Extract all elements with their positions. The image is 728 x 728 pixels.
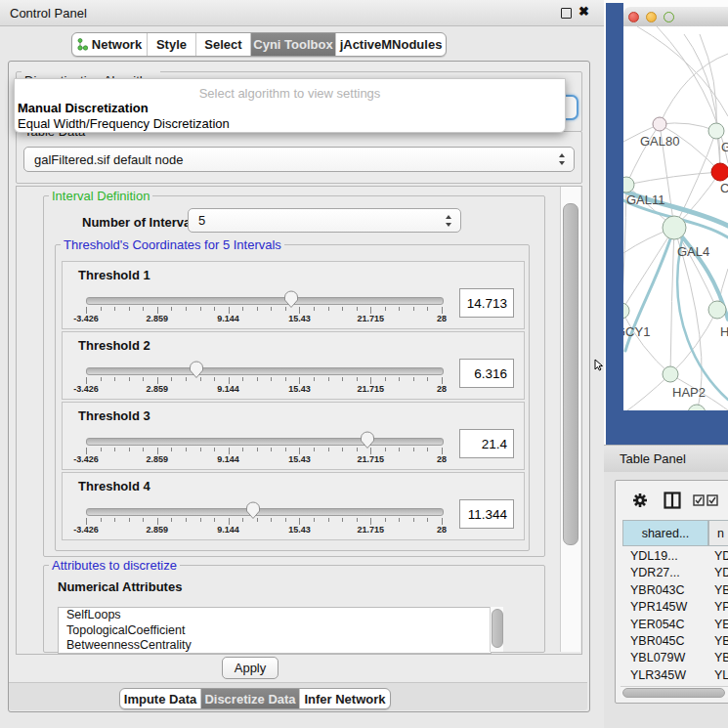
slider-tick [342,518,343,522]
slider-tick-label: 15.43 [288,384,311,394]
table-cell-name[interactable]: YDR2 [714,566,728,579]
table-cell-shared-name[interactable]: YER054C [630,618,685,631]
slider-track[interactable] [86,297,444,305]
network-edge[interactable] [660,123,716,131]
table-cell-shared-name[interactable]: YPR145W [630,600,687,614]
network-node-gcy1[interactable] [623,303,629,319]
network-node-ga[interactable] [708,123,724,139]
network-edge[interactable] [626,172,720,185]
column-header-name[interactable]: n [708,520,728,546]
threshold-value-field[interactable]: 11.344 [459,499,514,529]
table-cell-shared-name[interactable]: YDR27... [630,566,680,579]
slider-track[interactable] [86,438,444,446]
slider-track[interactable] [86,508,444,516]
slider-thumb[interactable] [283,290,299,309]
attribute-item[interactable]: TopologicalCoefficient [59,623,491,639]
table-cell-name[interactable]: YDL1 [714,549,728,563]
float-window-icon[interactable] [561,8,572,19]
table-cell-shared-name[interactable]: YBR043C [630,583,685,597]
table-cell-name[interactable]: YPR1 [714,600,728,614]
slider-tick [328,307,329,311]
apply-button[interactable]: Apply [222,657,278,679]
scrollbar-thumb[interactable] [492,609,503,648]
slider-tick-label: 15.43 [288,454,311,464]
table-cell-name[interactable]: YBL0 [714,651,728,664]
network-edge[interactable] [623,228,674,311]
network-edge[interactable] [623,374,670,410]
slider-tick-label: 2.859 [147,314,169,323]
numerical-attributes-list[interactable]: SelfLoopsTopologicalCoefficientBetweenne… [58,607,492,654]
threshold-value-field[interactable]: 6.316 [459,359,514,388]
slider-tick [171,307,172,311]
table-cell-name[interactable]: YBR0 [714,583,728,597]
slider-thumb[interactable] [360,431,375,450]
tab-style[interactable]: Style [148,33,196,56]
network-node-c[interactable] [711,163,728,181]
table-cell-name[interactable]: YLR3 [714,668,728,682]
zoom-traffic-light-icon[interactable] [664,12,674,22]
table-cell-name[interactable]: YBR0 [714,634,728,648]
network-node-hap2[interactable] [663,366,678,382]
algorithm-option-manual[interactable]: Manual Discretization [18,101,149,115]
network-frame-border-left [606,3,623,445]
algorithm-option-equal-width[interactable]: Equal Width/Frequency Discretization [18,116,230,131]
network-edge[interactable] [660,54,728,124]
number-of-intervals-combo[interactable]: 5 [188,208,461,233]
tab-cyni-toolbox[interactable]: Cyni Toolbox [251,33,336,56]
scrollbar-thumb[interactable] [563,203,578,545]
network-node-label: GAL4 [677,244,709,259]
network-edge[interactable] [623,311,670,374]
tab-discretize-data[interactable]: Discretize Data [201,689,300,708]
slider-tick [129,307,130,311]
network-edge[interactable] [637,26,728,116]
network-edge[interactable] [670,310,717,374]
table-cell-shared-name[interactable]: YBR045C [630,634,685,648]
table-data-combo[interactable]: galFiltered.sif default node [23,147,575,172]
table-cell-shared-name[interactable]: YBL079W [630,651,685,664]
threshold-panel-3: Threshold 3-3.4262.8599.14415.4321.71528… [62,402,525,470]
slider-tick [171,448,172,451]
table-horizontal-scrollbar[interactable] [621,686,728,698]
tab-impute-data[interactable]: Impute Data [120,689,201,708]
slider-tick [342,307,343,311]
select-columns-checkbox-icon[interactable] [693,494,718,506]
settings-vertical-scrollbar[interactable] [560,187,580,652]
slider-thumb[interactable] [189,361,204,379]
tab-jactivemnodules[interactable]: jActiveMNodules [336,33,446,56]
slider-tick [114,518,115,522]
network-node-gal11[interactable] [623,177,634,193]
network-node-gal80[interactable] [653,117,666,131]
scrollbar-thumb[interactable] [622,688,725,698]
attributes-scrollbar[interactable] [490,607,503,652]
network-edge[interactable] [670,228,674,374]
slider-track[interactable] [86,367,444,375]
table-cell-shared-name[interactable]: YLR345W [630,668,686,682]
threshold-value-field[interactable]: 14.713 [459,288,514,318]
close-icon[interactable]: ✖ [578,4,589,19]
table-cell-name[interactable]: YER0 [714,618,728,631]
split-columns-icon[interactable] [664,492,681,509]
column-header-shared-name[interactable]: shared... [622,520,708,546]
attribute-item[interactable]: BetweennessCentrality [59,638,491,654]
network-window-titlebar[interactable] [623,7,728,27]
network-node-gal4[interactable] [663,216,686,239]
slider-tick [157,518,158,525]
tab-infer-network[interactable]: Infer Network [300,689,390,708]
tab-network[interactable]: Network [72,33,148,56]
network-edge[interactable] [684,34,720,172]
slider-tick [285,377,286,381]
slider-tick [101,448,102,451]
tab-select[interactable]: Select [196,33,251,56]
close-traffic-light-icon[interactable] [628,12,639,22]
slider-tick [385,448,386,451]
attribute-item[interactable]: SelfLoops [59,608,491,623]
table-cell-shared-name[interactable]: YDL19... [630,549,678,563]
slider-thumb[interactable] [245,501,261,520]
minimize-traffic-light-icon[interactable] [646,12,657,22]
network-node-h[interactable] [708,301,726,319]
gear-icon[interactable] [632,492,648,508]
threshold-value-field[interactable]: 21.4 [459,429,514,458]
slider-tick [314,518,315,522]
network-canvas[interactable]: GAL80GACGAL11GAL4GCY1HHAP2 [623,26,728,410]
slider-tick [427,518,428,522]
